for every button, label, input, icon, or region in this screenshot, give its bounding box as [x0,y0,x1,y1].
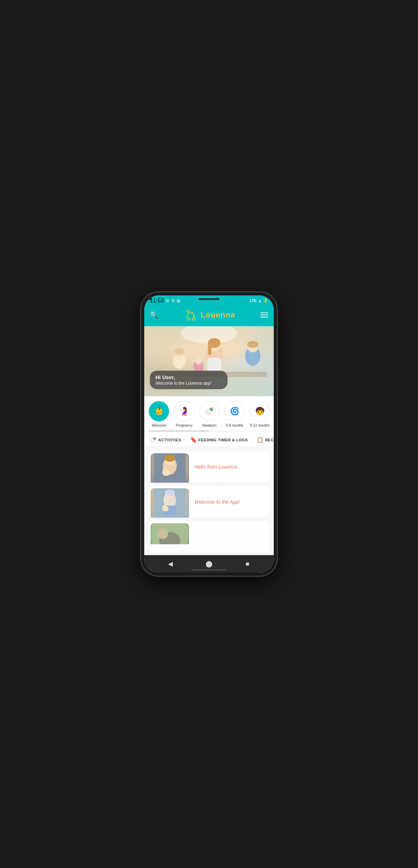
status-bar: 11:53 ⚙ ⚙ G LTE ▲ 🔋 [144,295,274,305]
category-label-6-12months: 6-12 months [250,424,270,428]
g-icon: G [177,298,180,303]
svg-point-26 [165,490,175,496]
mom-newborn-image [151,453,189,483]
svg-point-32 [158,528,168,539]
battery-icon: 🔋 [263,299,268,303]
category-circle-welcome: 👶 [149,401,169,421]
feeding-tab-label: FEEDING TIMER & LOGS [198,438,248,442]
category-item-6-12months[interactable]: 🧒 6-12 months [249,401,270,428]
svg-point-1 [192,317,195,320]
app-logo [184,308,198,322]
svg-point-11 [174,348,184,355]
tab-activities[interactable]: 🍼 ACTIVITIES [147,435,184,444]
bottom-home-indicator [191,569,227,570]
greeting-text: Hi User, [155,374,211,380]
svg-point-29 [162,505,167,510]
app-header: 🔍 Louenna [144,305,274,326]
recent-apps-button[interactable]: ■ [242,559,253,569]
scroll-indicator [148,430,270,432]
card-content-2: Welcome to the App! [191,486,270,518]
category-circle-6-12months: 🧒 [250,401,270,421]
content-list: Hello from Louenna [144,447,274,555]
content-card-3[interactable] [148,521,270,553]
logo-area: Louenna [184,308,235,322]
signal-icon: ▲ [258,299,262,303]
scroll-thumb [148,430,209,432]
lte-label: LTE [250,299,257,303]
hero-arrow-icon[interactable]: → [215,376,222,384]
category-item-welcome[interactable]: 👶 Welcome [148,401,169,428]
activities-tab-label: ACTIVITIES [158,438,181,442]
card-content-1: Hello from Louenna [191,451,270,483]
status-left: 11:53 ⚙ ⚙ G [150,298,180,304]
card-content-3 [191,521,270,553]
status-right: LTE ▲ 🔋 [250,299,268,303]
card-title-1: Hello from Louenna [195,464,237,470]
mom-baby-image [151,488,189,518]
category-label-welcome: Welcome [152,424,166,428]
svg-rect-7 [208,343,211,355]
hero-greeting-overlay[interactable]: Hi User, Welcome to the Louenna app! → [150,371,228,389]
content-card-2[interactable]: Welcome to the App! [148,486,270,518]
category-label-pregnancy: Pregnancy [176,424,193,428]
hamburger-menu-icon[interactable] [260,313,268,317]
svg-rect-8 [207,358,221,372]
speaker [198,298,220,300]
status-time: 11:53 [150,298,164,304]
gear-icon-2: ⚙ [171,298,175,303]
svg-point-22 [162,468,167,473]
0-6months-cat-icon: 🌀 [230,407,239,416]
tab-bar: 🍼 ACTIVITIES 🔖 FEEDING TIMER & LOGS 📋 RE… [144,433,274,447]
feeding-tab-icon: 🔖 [190,436,197,443]
category-label-newborn: Newborn [202,424,216,428]
category-item-pregnancy[interactable]: 🤰 Pregnancy [174,401,195,428]
app-title: Louenna [201,310,235,320]
phone-screen: 11:53 ⚙ ⚙ G LTE ▲ 🔋 🔍 [144,295,274,573]
camera [148,297,152,300]
tab-recipes[interactable]: 📋 RECIPES [254,435,274,444]
recipes-tab-icon: 📋 [257,436,264,443]
svg-point-20 [165,455,175,462]
back-button[interactable]: ◀ [165,559,176,569]
card-image-3 [151,523,189,553]
content-card-1[interactable]: Hello from Louenna [148,451,270,483]
category-circle-0-6months: 🌀 [224,401,245,421]
home-button[interactable]: ⬤ [204,559,214,569]
category-label-0-6months: 0-6 months [226,424,243,428]
tab-divider-1 [186,437,186,443]
recipes-tab-label: RECIPES [265,438,274,442]
tab-divider-2 [252,437,252,443]
search-icon[interactable]: 🔍 [150,311,159,319]
welcome-subtext: Welcome to the Louenna app! [155,381,211,386]
category-item-newborn[interactable]: 🍼 Newborn [199,401,220,428]
svg-point-0 [187,317,190,320]
svg-point-14 [247,341,258,348]
6-12months-cat-icon: 🧒 [255,407,265,416]
welcome-cat-icon: 👶 [155,407,163,415]
category-circle-newborn: 🍼 [199,401,220,421]
category-circle-pregnancy: 🤰 [174,401,194,421]
card-image-2 [151,488,189,518]
hero-banner: Hi User, Welcome to the Louenna app! → [144,326,274,396]
category-item-0-6months[interactable]: 🌀 0-6 months [224,401,245,428]
card-title-2: Welcome to the App! [195,499,240,505]
card-image-1 [151,453,189,483]
newborn-cat-icon: 🍼 [205,407,214,416]
category-scroll: 👶 Welcome 🤰 Pregnancy 🍼 Newborn 🌀 [144,396,274,430]
phone-frame: 11:53 ⚙ ⚙ G LTE ▲ 🔋 🔍 [141,292,277,576]
partial-image [151,523,189,544]
svg-point-16 [195,357,202,364]
tab-feeding[interactable]: 🔖 FEEDING TIMER & LOGS [187,435,251,444]
hero-text: Hi User, Welcome to the Louenna app! [155,374,211,386]
gear-icon-1: ⚙ [166,298,169,303]
pregnancy-cat-icon: 🤰 [180,407,189,416]
activities-tab-icon: 🍼 [150,436,157,443]
